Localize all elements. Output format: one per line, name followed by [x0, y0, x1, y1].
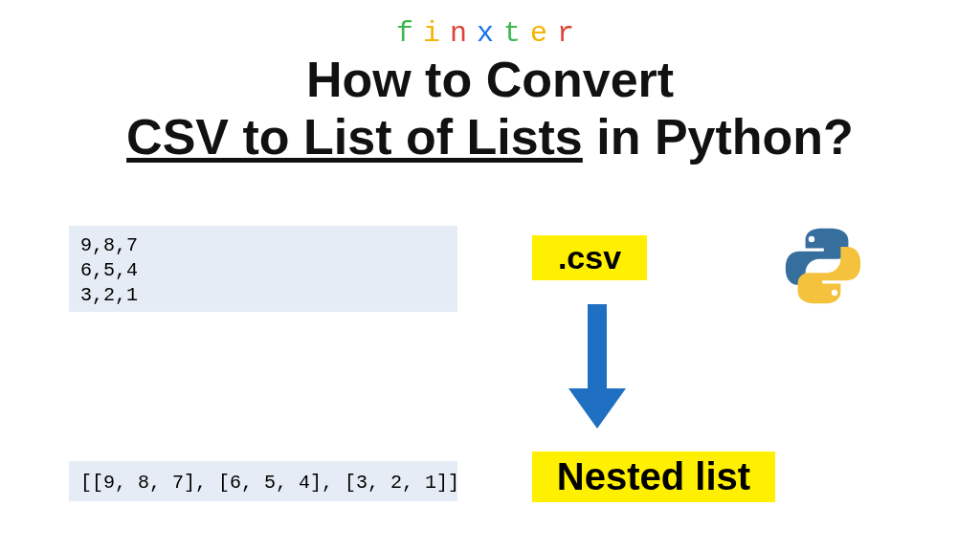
logo-letter: x	[477, 17, 503, 50]
title-underlined: CSV to List of Lists	[126, 109, 583, 165]
down-arrow-icon	[578, 304, 616, 429]
logo-letter: r	[557, 17, 584, 50]
title-line1: How to Convert	[306, 52, 674, 107]
nested-list-content-box: [[9, 8, 7], [6, 5, 4], [3, 2, 1]]	[69, 461, 457, 501]
logo-letter: e	[530, 17, 557, 50]
logo-letter: n	[450, 17, 477, 50]
logo-letter: i	[423, 17, 450, 50]
logo-letter: f	[396, 17, 423, 50]
csv-label: .csv	[532, 235, 647, 280]
brand-logo: finxter	[0, 17, 980, 50]
page-title: How to Convert CSV to List of Lists in P…	[0, 52, 980, 166]
title-suffix: in Python?	[583, 109, 854, 165]
csv-content-box: 9,8,7 6,5,4 3,2,1	[69, 226, 457, 312]
logo-letter: t	[503, 17, 530, 50]
nested-list-label: Nested list	[532, 452, 775, 502]
python-logo-icon	[781, 224, 865, 308]
